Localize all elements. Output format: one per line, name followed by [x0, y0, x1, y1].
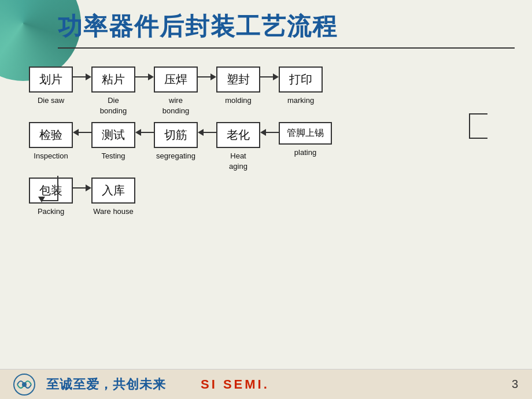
svg-point-2	[22, 382, 27, 387]
process-die-saw: 划片 Die saw	[29, 66, 73, 116]
flow-diagram: 划片 Die saw 粘片 Diebonding 压焊 wirebonding	[29, 66, 526, 227]
box-molding: 塑封	[216, 66, 260, 93]
process-segregating: 切筋 segregating	[154, 122, 198, 172]
label-die-saw: Die saw	[38, 95, 64, 116]
vertical-connector-left	[57, 176, 58, 200]
box-heat-aging: 老化	[216, 122, 260, 148]
label-heat-aging: Heataging	[229, 151, 247, 172]
title-section: 功率器件后封装工艺流程	[58, 10, 515, 49]
label-molding: molding	[225, 95, 252, 116]
process-warehouse: 入库 Ware house	[91, 178, 135, 227]
arrow-8	[260, 122, 279, 136]
label-warehouse: Ware house	[93, 206, 134, 227]
flow-row-1: 划片 Die saw 粘片 Diebonding 压焊 wirebonding	[29, 66, 526, 116]
box-plating: 管脚上锡	[279, 122, 332, 145]
footer: 至诚至爱，共创未来 SI SEMI. 3	[0, 369, 532, 399]
label-testing: Testing	[101, 151, 125, 172]
title-underline	[58, 47, 515, 49]
process-plating: 管脚上锡 plating	[279, 122, 332, 168]
process-testing: 测试 Testing	[91, 122, 135, 172]
label-packing: Packing	[38, 206, 64, 227]
process-wire-bonding: 压焊 wirebonding	[154, 66, 198, 116]
arrow-4	[260, 66, 279, 80]
label-inspection: Inspection	[34, 151, 68, 172]
box-inspection: 检验	[29, 122, 73, 148]
down-arrow-head	[38, 197, 45, 202]
flow-row-2: 检验 Inspection 测试 Testing 切筋 segregating	[29, 122, 526, 172]
box-die-bonding: 粘片	[91, 66, 135, 93]
box-segregating: 切筋	[154, 122, 198, 148]
vertical-connector-right	[469, 113, 470, 138]
box-marking: 打印	[279, 66, 323, 93]
label-die-bonding: Diebonding	[100, 95, 127, 116]
label-segregating: segregating	[156, 151, 195, 172]
horizontal-connector-bottom-right	[469, 138, 487, 139]
flow-row-3: 包装 Packing 入库 Ware house	[29, 178, 526, 227]
process-heat-aging: 老化 Heataging	[216, 122, 260, 172]
arrow-1	[73, 66, 91, 80]
footer-logo	[12, 372, 37, 397]
process-packing: 包装 Packing	[29, 178, 73, 227]
box-die-saw: 划片	[29, 66, 73, 93]
arrow-7	[198, 122, 216, 136]
arrow-6	[135, 122, 154, 136]
box-warehouse: 入库	[91, 178, 135, 204]
label-marking: marking	[287, 95, 314, 116]
page-title: 功率器件后封装工艺流程	[58, 10, 515, 43]
footer-brand: SI SEMI.	[201, 377, 269, 392]
box-wire-bonding: 压焊	[154, 66, 198, 93]
horizontal-connector-top-right	[469, 113, 487, 114]
arrow-9	[73, 178, 91, 191]
box-testing: 测试	[91, 122, 135, 148]
label-plating: plating	[294, 147, 316, 168]
process-molding: 塑封 molding	[216, 66, 260, 116]
arrow-3	[198, 66, 216, 80]
process-marking: 打印 marking	[279, 66, 323, 116]
footer-slogan: 至诚至爱，共创未来	[46, 376, 166, 393]
footer-page-number: 3	[512, 378, 518, 391]
arrow-2	[135, 66, 154, 80]
label-wire-bonding: wirebonding	[162, 95, 189, 116]
process-inspection: 检验 Inspection	[29, 122, 73, 172]
process-die-bonding: 粘片 Diebonding	[91, 66, 135, 116]
arrow-5	[73, 122, 91, 136]
